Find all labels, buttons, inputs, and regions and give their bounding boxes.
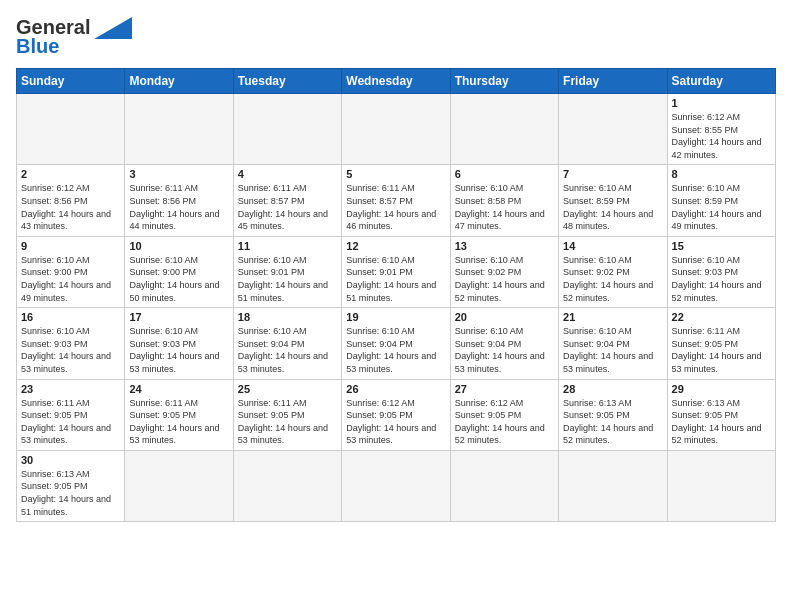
- day-number: 29: [672, 383, 771, 395]
- day-number: 26: [346, 383, 445, 395]
- calendar-cell: 5Sunrise: 6:11 AM Sunset: 8:57 PM Daylig…: [342, 165, 450, 236]
- header-row: SundayMondayTuesdayWednesdayThursdayFrid…: [17, 69, 776, 94]
- calendar-cell: 16Sunrise: 6:10 AM Sunset: 9:03 PM Dayli…: [17, 308, 125, 379]
- day-number: 22: [672, 311, 771, 323]
- calendar-cell: 28Sunrise: 6:13 AM Sunset: 9:05 PM Dayli…: [559, 379, 667, 450]
- day-number: 18: [238, 311, 337, 323]
- logo-text-blue: Blue: [16, 35, 59, 58]
- day-number: 9: [21, 240, 120, 252]
- calendar-cell: 21Sunrise: 6:10 AM Sunset: 9:04 PM Dayli…: [559, 308, 667, 379]
- day-info: Sunrise: 6:12 AM Sunset: 9:05 PM Dayligh…: [346, 397, 445, 447]
- calendar-cell: [559, 94, 667, 165]
- day-header-tuesday: Tuesday: [233, 69, 341, 94]
- day-header-sunday: Sunday: [17, 69, 125, 94]
- day-info: Sunrise: 6:10 AM Sunset: 9:02 PM Dayligh…: [563, 254, 662, 304]
- day-info: Sunrise: 6:12 AM Sunset: 8:56 PM Dayligh…: [21, 182, 120, 232]
- calendar-cell: 17Sunrise: 6:10 AM Sunset: 9:03 PM Dayli…: [125, 308, 233, 379]
- logo-blue-shape: [94, 17, 132, 39]
- day-info: Sunrise: 6:10 AM Sunset: 8:59 PM Dayligh…: [672, 182, 771, 232]
- calendar-cell: 12Sunrise: 6:10 AM Sunset: 9:01 PM Dayli…: [342, 236, 450, 307]
- day-number: 30: [21, 454, 120, 466]
- day-number: 21: [563, 311, 662, 323]
- day-info: Sunrise: 6:10 AM Sunset: 9:03 PM Dayligh…: [21, 325, 120, 375]
- calendar-cell: [667, 450, 775, 521]
- day-info: Sunrise: 6:11 AM Sunset: 9:05 PM Dayligh…: [129, 397, 228, 447]
- calendar-cell: 26Sunrise: 6:12 AM Sunset: 9:05 PM Dayli…: [342, 379, 450, 450]
- svg-marker-0: [94, 17, 132, 39]
- day-info: Sunrise: 6:13 AM Sunset: 9:05 PM Dayligh…: [672, 397, 771, 447]
- calendar-cell: 22Sunrise: 6:11 AM Sunset: 9:05 PM Dayli…: [667, 308, 775, 379]
- day-number: 13: [455, 240, 554, 252]
- calendar-cell: 27Sunrise: 6:12 AM Sunset: 9:05 PM Dayli…: [450, 379, 558, 450]
- logo: General Blue: [16, 16, 132, 58]
- calendar-cell: 13Sunrise: 6:10 AM Sunset: 9:02 PM Dayli…: [450, 236, 558, 307]
- calendar-cell: 3Sunrise: 6:11 AM Sunset: 8:56 PM Daylig…: [125, 165, 233, 236]
- calendar-cell: [233, 94, 341, 165]
- day-number: 27: [455, 383, 554, 395]
- calendar-cell: 18Sunrise: 6:10 AM Sunset: 9:04 PM Dayli…: [233, 308, 341, 379]
- day-number: 12: [346, 240, 445, 252]
- calendar-cell: [342, 450, 450, 521]
- day-number: 20: [455, 311, 554, 323]
- day-info: Sunrise: 6:11 AM Sunset: 9:05 PM Dayligh…: [238, 397, 337, 447]
- day-info: Sunrise: 6:10 AM Sunset: 9:01 PM Dayligh…: [238, 254, 337, 304]
- calendar-cell: [342, 94, 450, 165]
- day-info: Sunrise: 6:10 AM Sunset: 9:04 PM Dayligh…: [455, 325, 554, 375]
- day-info: Sunrise: 6:10 AM Sunset: 9:02 PM Dayligh…: [455, 254, 554, 304]
- calendar-cell: 6Sunrise: 6:10 AM Sunset: 8:58 PM Daylig…: [450, 165, 558, 236]
- week-row-4: 16Sunrise: 6:10 AM Sunset: 9:03 PM Dayli…: [17, 308, 776, 379]
- day-info: Sunrise: 6:10 AM Sunset: 9:04 PM Dayligh…: [238, 325, 337, 375]
- calendar-cell: 7Sunrise: 6:10 AM Sunset: 8:59 PM Daylig…: [559, 165, 667, 236]
- day-number: 23: [21, 383, 120, 395]
- week-row-2: 2Sunrise: 6:12 AM Sunset: 8:56 PM Daylig…: [17, 165, 776, 236]
- day-info: Sunrise: 6:13 AM Sunset: 9:05 PM Dayligh…: [563, 397, 662, 447]
- calendar-cell: 2Sunrise: 6:12 AM Sunset: 8:56 PM Daylig…: [17, 165, 125, 236]
- calendar-cell: 24Sunrise: 6:11 AM Sunset: 9:05 PM Dayli…: [125, 379, 233, 450]
- day-number: 10: [129, 240, 228, 252]
- day-number: 14: [563, 240, 662, 252]
- calendar-table: SundayMondayTuesdayWednesdayThursdayFrid…: [16, 68, 776, 522]
- week-row-5: 23Sunrise: 6:11 AM Sunset: 9:05 PM Dayli…: [17, 379, 776, 450]
- day-info: Sunrise: 6:13 AM Sunset: 9:05 PM Dayligh…: [21, 468, 120, 518]
- day-number: 8: [672, 168, 771, 180]
- day-info: Sunrise: 6:10 AM Sunset: 9:04 PM Dayligh…: [563, 325, 662, 375]
- week-row-6: 30Sunrise: 6:13 AM Sunset: 9:05 PM Dayli…: [17, 450, 776, 521]
- day-info: Sunrise: 6:10 AM Sunset: 9:03 PM Dayligh…: [672, 254, 771, 304]
- calendar-cell: 10Sunrise: 6:10 AM Sunset: 9:00 PM Dayli…: [125, 236, 233, 307]
- day-number: 4: [238, 168, 337, 180]
- calendar-cell: 23Sunrise: 6:11 AM Sunset: 9:05 PM Dayli…: [17, 379, 125, 450]
- calendar-cell: [450, 450, 558, 521]
- day-info: Sunrise: 6:12 AM Sunset: 8:55 PM Dayligh…: [672, 111, 771, 161]
- calendar-cell: [450, 94, 558, 165]
- day-number: 24: [129, 383, 228, 395]
- calendar-cell: 4Sunrise: 6:11 AM Sunset: 8:57 PM Daylig…: [233, 165, 341, 236]
- day-info: Sunrise: 6:10 AM Sunset: 9:00 PM Dayligh…: [21, 254, 120, 304]
- calendar-cell: [233, 450, 341, 521]
- calendar-cell: 30Sunrise: 6:13 AM Sunset: 9:05 PM Dayli…: [17, 450, 125, 521]
- day-number: 15: [672, 240, 771, 252]
- day-number: 11: [238, 240, 337, 252]
- calendar-cell: 14Sunrise: 6:10 AM Sunset: 9:02 PM Dayli…: [559, 236, 667, 307]
- calendar-cell: 15Sunrise: 6:10 AM Sunset: 9:03 PM Dayli…: [667, 236, 775, 307]
- day-header-friday: Friday: [559, 69, 667, 94]
- day-info: Sunrise: 6:10 AM Sunset: 9:04 PM Dayligh…: [346, 325, 445, 375]
- calendar-cell: 8Sunrise: 6:10 AM Sunset: 8:59 PM Daylig…: [667, 165, 775, 236]
- page-header: General Blue: [16, 16, 776, 58]
- day-info: Sunrise: 6:11 AM Sunset: 8:57 PM Dayligh…: [346, 182, 445, 232]
- day-number: 5: [346, 168, 445, 180]
- day-header-saturday: Saturday: [667, 69, 775, 94]
- day-header-monday: Monday: [125, 69, 233, 94]
- day-info: Sunrise: 6:10 AM Sunset: 9:01 PM Dayligh…: [346, 254, 445, 304]
- day-info: Sunrise: 6:11 AM Sunset: 8:56 PM Dayligh…: [129, 182, 228, 232]
- calendar-cell: 19Sunrise: 6:10 AM Sunset: 9:04 PM Dayli…: [342, 308, 450, 379]
- calendar-cell: 25Sunrise: 6:11 AM Sunset: 9:05 PM Dayli…: [233, 379, 341, 450]
- calendar-cell: [559, 450, 667, 521]
- day-info: Sunrise: 6:10 AM Sunset: 9:00 PM Dayligh…: [129, 254, 228, 304]
- calendar-cell: 20Sunrise: 6:10 AM Sunset: 9:04 PM Dayli…: [450, 308, 558, 379]
- day-number: 1: [672, 97, 771, 109]
- calendar-cell: 1Sunrise: 6:12 AM Sunset: 8:55 PM Daylig…: [667, 94, 775, 165]
- day-header-wednesday: Wednesday: [342, 69, 450, 94]
- calendar-cell: 9Sunrise: 6:10 AM Sunset: 9:00 PM Daylig…: [17, 236, 125, 307]
- week-row-3: 9Sunrise: 6:10 AM Sunset: 9:00 PM Daylig…: [17, 236, 776, 307]
- day-number: 2: [21, 168, 120, 180]
